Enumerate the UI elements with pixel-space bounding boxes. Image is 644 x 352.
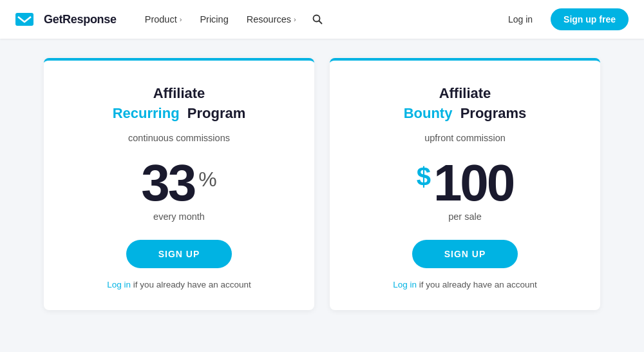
signup-button[interactable]: Sign up free	[551, 8, 629, 30]
logo[interactable]: GetResponse	[15, 10, 117, 28]
price-percent-recurring: %	[198, 169, 216, 190]
card-bounty: Affiliate Bounty Programs upfront commis…	[330, 58, 600, 310]
login-link-recurring[interactable]: Log in	[107, 280, 131, 289]
card-subtitle-bounty: upfront commission	[424, 133, 506, 143]
chevron-icon: ›	[294, 15, 296, 23]
signup-cta-recurring[interactable]: SIGN UP	[126, 240, 232, 268]
nav-resources[interactable]: Resources ›	[239, 9, 304, 30]
card-title-bounty: Affiliate Bounty Programs	[404, 84, 527, 124]
main-content: Affiliate Recurring Program continuous c…	[0, 39, 644, 329]
login-link-bounty[interactable]: Log in	[393, 280, 417, 289]
navbar: GetResponse Product › Pricing Resources …	[0, 0, 644, 39]
price-period-recurring: every month	[153, 211, 205, 222]
search-icon	[312, 14, 323, 24]
search-button[interactable]	[307, 8, 328, 30]
card-footer-bounty: Log in if you already have an account	[393, 280, 537, 289]
nav-product[interactable]: Product ›	[137, 9, 190, 30]
card-subtitle-recurring: continuous commissions	[128, 133, 230, 143]
card-recurring: Affiliate Recurring Program continuous c…	[44, 58, 314, 310]
logo-text: GetResponse	[44, 13, 117, 26]
nav-pricing[interactable]: Pricing	[192, 9, 236, 30]
card-footer-recurring: Log in if you already have an account	[107, 280, 251, 289]
logo-icon	[15, 10, 39, 28]
price-period-bounty: per sale	[448, 211, 482, 222]
card-price-recurring: 33 %	[141, 157, 216, 209]
svg-rect-0	[15, 13, 33, 26]
nav-right: Log in Sign up free	[498, 8, 629, 30]
price-number-bounty: 100	[433, 157, 513, 209]
card-price-bounty: $ 100	[417, 157, 514, 209]
price-symbol-bounty: $	[417, 164, 431, 190]
chevron-icon: ›	[180, 15, 182, 23]
price-number-recurring: 33	[141, 157, 194, 209]
signup-cta-bounty[interactable]: SIGN UP	[412, 240, 518, 268]
nav-links: Product › Pricing Resources ›	[137, 8, 498, 30]
card-title-recurring: Affiliate Recurring Program	[113, 84, 246, 124]
login-button[interactable]: Log in	[498, 9, 543, 30]
svg-line-2	[319, 21, 321, 24]
